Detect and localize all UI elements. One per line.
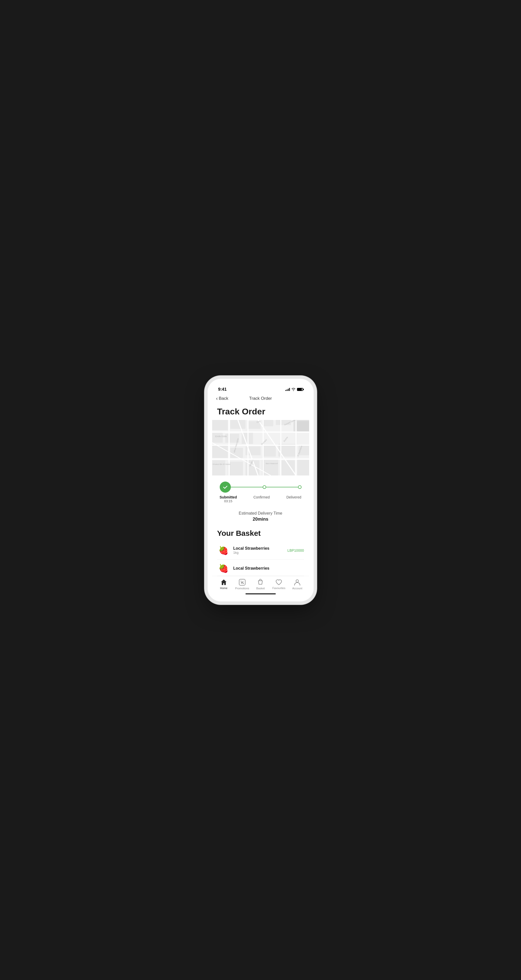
basket-icon (257, 579, 264, 586)
status-icons (285, 388, 303, 391)
item-details-1: Local Strawberries 1kg (233, 546, 288, 554)
map-svg: Om Emile Edde Dunant Spears Alfred Nacca… (212, 420, 309, 476)
basket-nav-label: Basket (257, 587, 265, 590)
svg-rect-7 (297, 421, 309, 431)
status-time: 9:41 (218, 387, 227, 392)
delivery-label: Estimated Delivery Time (217, 511, 304, 515)
nav-item-account[interactable]: Account (288, 579, 307, 590)
svg-point-48 (243, 583, 244, 584)
home-indicator (245, 593, 276, 594)
submitted-label: Submitted (220, 495, 237, 499)
item-image-strawberries-1: 🍓 (217, 544, 230, 557)
svg-text:Emile Edde: Emile Edde (215, 435, 227, 438)
step-submitted-dot (220, 482, 231, 493)
item-name-2: Local Strawberries (233, 566, 304, 571)
status-bar: 9:41 (212, 383, 309, 394)
label-submitted: Submitted 03:15 (220, 495, 237, 503)
item-price-1: LBP10000 (287, 549, 304, 552)
map-container: Om Emile Edde Dunant Spears Alfred Nacca… (212, 420, 309, 476)
nav-item-home[interactable]: Home (215, 579, 233, 590)
svg-text:%: % (241, 581, 244, 584)
promotions-icon: % (239, 579, 246, 586)
home-nav-label: Home (220, 587, 227, 590)
submitted-time: 03:15 (220, 499, 237, 503)
nav-title: Track Order (249, 396, 272, 401)
step-submitted (220, 482, 231, 493)
basket-section: Your Basket 🍓 Local Strawberries 1kg LBP… (212, 527, 309, 576)
track-line-2 (266, 487, 298, 487)
svg-point-49 (296, 580, 298, 582)
svg-rect-20 (262, 459, 278, 476)
back-chevron-icon: ‹ (216, 396, 218, 401)
step-confirmed-dot (263, 485, 266, 489)
step-delivered-dot (298, 485, 301, 489)
step-confirmed (263, 485, 266, 489)
promotions-nav-label: Promotions (235, 587, 249, 590)
account-icon (294, 579, 301, 586)
delivered-label: Delivered (287, 495, 301, 499)
item-name-1: Local Strawberries (233, 546, 288, 551)
svg-rect-10 (242, 431, 253, 444)
basket-title: Your Basket (217, 529, 304, 538)
account-nav-label: Account (292, 587, 302, 590)
item-weight-1: 1kg (233, 551, 288, 554)
svg-rect-14 (263, 445, 276, 457)
favourites-nav-label: Favourites (272, 587, 285, 590)
step-delivered (298, 485, 301, 489)
svg-text:Khaled Bin El Walid: Khaled Bin El Walid (213, 463, 230, 465)
wifi-icon (292, 388, 295, 391)
phone-screen: 9:41 ‹ (212, 383, 309, 597)
progress-section: Submitted 03:15 Confirmed Delivered (212, 476, 309, 507)
nav-item-favourites[interactable]: Favourites (270, 579, 288, 590)
delivery-time: 20mins (217, 517, 304, 522)
item-image-strawberries-2: 🍓 (217, 562, 230, 575)
item-details-2: Local Strawberries (233, 566, 304, 571)
page-title: Track Order (212, 404, 309, 420)
svg-rect-22 (297, 459, 309, 476)
svg-point-46 (241, 581, 241, 581)
delivery-time-section: Estimated Delivery Time 20mins (212, 507, 309, 527)
favourites-icon (275, 579, 282, 585)
basket-item-2: 🍓 Local Strawberries (217, 560, 304, 576)
phone-frame: 9:41 ‹ (207, 379, 314, 601)
label-confirmed: Confirmed (237, 495, 287, 503)
back-button[interactable]: ‹ Back (216, 396, 228, 401)
basket-item: 🍓 Local Strawberries 1kg LBP10000 (217, 542, 304, 560)
nav-item-basket[interactable]: Basket (251, 579, 270, 590)
confirmed-label: Confirmed (237, 495, 287, 499)
steps-row (220, 482, 301, 493)
nav-header: ‹ Back Track Order (212, 394, 309, 404)
back-label: Back (219, 396, 228, 401)
svg-text:Bani Maarouf: Bani Maarouf (266, 462, 278, 465)
label-delivered: Delivered (287, 495, 301, 503)
nav-item-promotions[interactable]: % Promotions (233, 579, 251, 590)
step-labels: Submitted 03:15 Confirmed Delivered (220, 495, 301, 503)
svg-rect-1 (212, 420, 228, 430)
svg-rect-8 (212, 433, 223, 443)
svg-rect-4 (263, 420, 273, 426)
signal-icon (285, 388, 290, 391)
track-line-1 (231, 487, 263, 487)
svg-rect-17 (212, 460, 225, 476)
battery-icon (297, 388, 303, 391)
bottom-nav: Home % Promotions Basket (212, 576, 309, 591)
home-icon (220, 579, 227, 585)
